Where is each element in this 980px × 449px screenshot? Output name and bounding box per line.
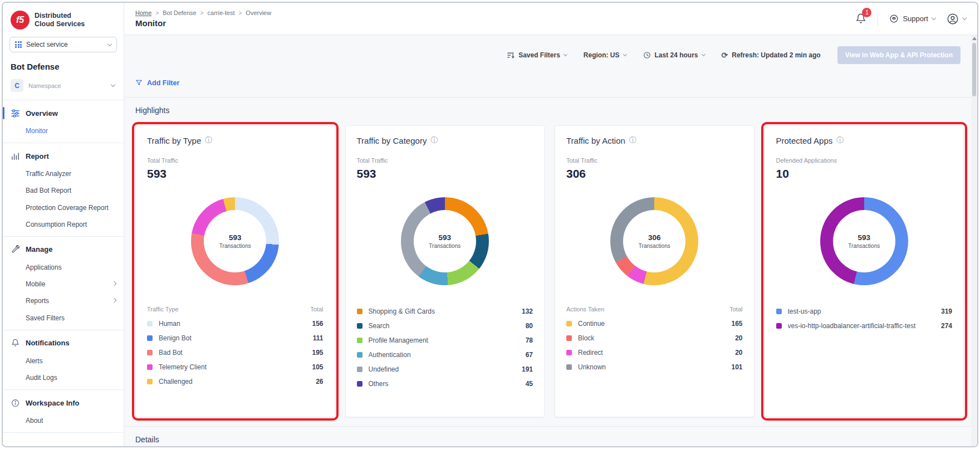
sidebar-item-traffic-analyzer[interactable]: Traffic Analyzer	[3, 165, 124, 182]
view-in-waap-button[interactable]: View in Web App & API Protection	[837, 46, 961, 64]
donut-center-value: 593	[857, 233, 870, 242]
scroll-up-arrow-icon[interactable]	[972, 37, 977, 40]
legend-row: Shopping & Gift Cards132	[357, 304, 533, 319]
donut-chart-area: 593Transactions	[357, 180, 533, 302]
info-icon[interactable]: ⓘ	[205, 135, 212, 145]
breadcrumb-item[interactable]: Bot Defense	[163, 9, 197, 16]
legend-label: Authentication	[369, 351, 526, 359]
sidebar-item-overview[interactable]: Overview	[3, 104, 124, 123]
legend-header: Actions TakenTotal	[566, 304, 743, 316]
legend-value: 20	[735, 349, 742, 357]
legend-color-chip	[357, 367, 362, 372]
saved-filters-dropdown[interactable]: Saved Filters	[507, 51, 567, 59]
sidebar-item-bad-bot-report[interactable]: Bad Bot Report	[3, 182, 124, 199]
add-filter-button[interactable]: Add Filter	[135, 79, 179, 87]
sidebar-item-report[interactable]: Report	[3, 147, 124, 165]
legend: Traffic TypeTotalHuman156Benign Bot111Ba…	[147, 304, 324, 389]
legend-color-chip	[357, 309, 362, 314]
sidebar-item-alerts[interactable]: Alerts	[3, 353, 124, 369]
support-icon	[889, 14, 899, 23]
legend-color-chip	[147, 350, 153, 355]
legend-row: Challenged26	[147, 374, 324, 389]
info-icon[interactable]: ⓘ	[836, 135, 844, 145]
sidebar-item-workspace-info[interactable]: Workspace Info	[3, 393, 124, 412]
notifications-bell-button[interactable]: 1	[855, 13, 866, 25]
legend-label: ves-io-http-loadbalancer-artificial-traf…	[788, 322, 941, 330]
main-area: Home>Bot Defense>carrie-test>Overview Mo…	[124, 3, 977, 446]
sidebar-item-applications[interactable]: Applications	[3, 259, 124, 276]
clock-icon	[643, 51, 651, 59]
legend-value: 101	[731, 363, 742, 371]
donut-chart: 593Transactions	[820, 197, 908, 285]
product-title: Bot Defense	[11, 62, 116, 71]
app-window: f5 Distributed Cloud Services Select ser…	[2, 2, 978, 447]
sidebar-item-monitor[interactable]: Monitor	[3, 123, 124, 139]
select-service-dropdown[interactable]: Select service	[9, 37, 117, 52]
stat-label: Defended Applications	[776, 157, 953, 164]
saved-filters-label: Saved Filters	[518, 51, 560, 59]
info-icon[interactable]: ⓘ	[430, 135, 438, 145]
chevron-down-icon	[702, 52, 705, 56]
legend-header-label: Actions Taken	[566, 306, 604, 313]
sidebar-item-mobile[interactable]: Mobile	[3, 276, 124, 292]
legend-label: Unknown	[578, 363, 731, 371]
refresh-button[interactable]: ⟳ Refresh: Updated 2 min ago	[722, 51, 821, 60]
donut-center-label: 306Transactions	[610, 197, 698, 285]
region-dropdown[interactable]: Region: US	[584, 51, 626, 59]
legend-row: Authentication67	[357, 348, 533, 362]
stat-label: Total Traffic	[147, 157, 324, 164]
toolbar: Saved Filters Region: US Last 24 hours ⟳	[124, 35, 977, 64]
chevron-down-icon	[623, 52, 626, 56]
legend-value: 20	[735, 334, 742, 342]
legend: Actions TakenTotalContinue165Block20Redi…	[566, 304, 743, 374]
time-range-dropdown[interactable]: Last 24 hours	[643, 51, 705, 59]
brand-logo: f5 Distributed Cloud Services	[3, 11, 124, 30]
sidebar-item-label: Bad Bot Report	[26, 186, 116, 195]
sidebar-item-protection-coverage-report[interactable]: Protection Coverage Report	[3, 199, 124, 216]
sidebar-item-reports[interactable]: Reports	[3, 292, 124, 309]
legend-value: 195	[312, 349, 323, 357]
sidebar-item-notifications[interactable]: Notifications	[3, 334, 124, 353]
breadcrumb-item[interactable]: Overview	[246, 9, 271, 16]
donut-chart: 593Transactions	[191, 197, 279, 285]
legend-label: Benign Bot	[159, 334, 313, 342]
sidebar-item-label: Applications	[26, 263, 116, 272]
breadcrumb-item[interactable]: Home	[135, 9, 151, 16]
scrollbar-thumb[interactable]	[972, 43, 976, 96]
namespace-selector[interactable]: C Namespace	[11, 79, 116, 92]
legend-label: Challenged	[159, 378, 316, 385]
legend-value: 80	[526, 322, 533, 330]
info-icon[interactable]: ⓘ	[629, 135, 636, 145]
support-menu[interactable]: Support	[889, 14, 935, 23]
sidebar-section-label: Workspace Info	[26, 399, 80, 407]
divider	[878, 12, 878, 26]
legend-value: 156	[312, 320, 323, 328]
sidebar-item-consumption-report[interactable]: Consumption Report	[3, 216, 124, 233]
user-menu[interactable]	[947, 13, 966, 25]
legend-label: Shopping & Gift Cards	[369, 308, 522, 315]
sidebar-item-manage[interactable]: Manage	[3, 240, 124, 259]
legend-row: Benign Bot111	[147, 331, 324, 345]
legend-color-chip	[357, 338, 362, 343]
sidebar-item-about[interactable]: About	[3, 412, 124, 429]
scrollbar[interactable]	[971, 35, 977, 446]
legend-row: Undefined191	[357, 362, 533, 377]
sidebar-item-label: About	[26, 416, 116, 425]
card-traffic-by-category: Traffic by CategoryⓘTotal Traffic593593T…	[345, 125, 545, 417]
sidebar-item-saved-filters[interactable]: Saved Filters	[3, 310, 124, 326]
legend-color-chip	[147, 379, 153, 384]
sidebar-nav: OverviewMonitorReportTraffic AnalyzerBad…	[3, 100, 124, 446]
workspace-info-icon	[11, 398, 19, 407]
highlights-heading: Highlights	[124, 97, 977, 122]
breadcrumb-item[interactable]: carrie-test	[208, 9, 235, 16]
legend-header-total: Total	[310, 306, 323, 313]
chevron-down-icon	[111, 82, 115, 87]
legend-row: ves-io-http-loadbalancer-artificial-traf…	[776, 319, 953, 333]
sidebar-item-audit-logs[interactable]: Audit Logs	[3, 369, 124, 386]
sidebar-section-report: ReportTraffic AnalyzerBad Bot ReportProt…	[3, 143, 124, 237]
legend: test-us-app319ves-io-http-loadbalancer-a…	[776, 304, 953, 333]
legend-row: test-us-app319	[776, 304, 953, 319]
legend-label: test-us-app	[788, 308, 941, 315]
legend-label: Profile Management	[369, 336, 526, 344]
legend-color-chip	[566, 335, 572, 341]
